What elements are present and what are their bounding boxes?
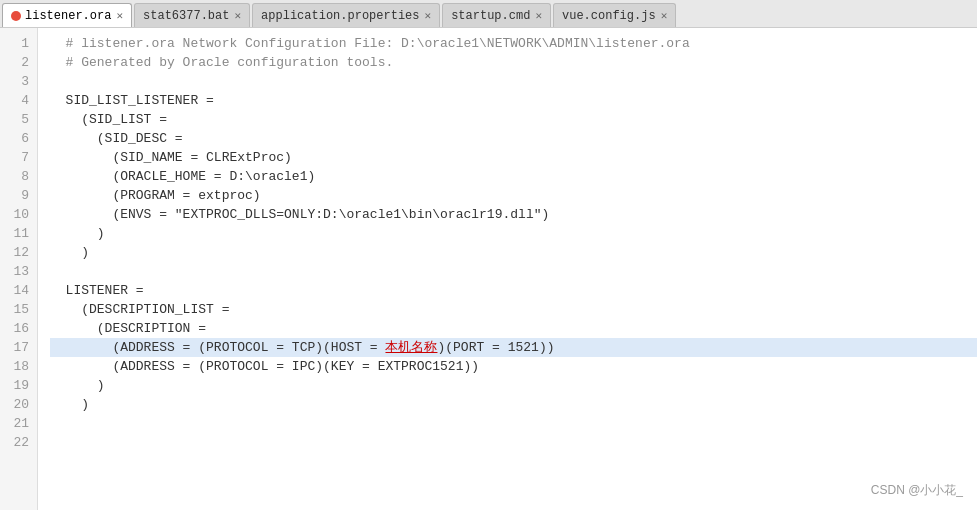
line-num-16: 16 <box>0 319 37 338</box>
tab-startup[interactable]: startup.cmd ✕ <box>442 3 551 27</box>
tab-application[interactable]: application.properties ✕ <box>252 3 440 27</box>
line-numbers: 1 2 3 4 5 6 7 8 9 10 11 12 13 14 15 16 1… <box>0 28 38 510</box>
line-num-17: 17 <box>0 338 37 357</box>
line-num-7: 7 <box>0 148 37 167</box>
code-line-7: (SID_NAME = CLRExtProc) <box>50 148 977 167</box>
code-line-22 <box>50 433 977 452</box>
line-num-13: 13 <box>0 262 37 281</box>
code-line-18: (ADDRESS = (PROTOCOL = IPC)(KEY = EXTPRO… <box>50 357 977 376</box>
code-line-2: # Generated by Oracle configuration tool… <box>50 53 977 72</box>
line-num-11: 11 <box>0 224 37 243</box>
tab-bar: listener.ora ✕ stat6377.bat ✕ applicatio… <box>0 0 977 28</box>
line-num-14: 14 <box>0 281 37 300</box>
tab-stat6377[interactable]: stat6377.bat ✕ <box>134 3 250 27</box>
tab-close-stat6377[interactable]: ✕ <box>234 9 241 22</box>
line-num-18: 18 <box>0 357 37 376</box>
code-line-3 <box>50 72 977 91</box>
code-line-19: ) <box>50 376 977 395</box>
code-line-13 <box>50 262 977 281</box>
watermark: CSDN @小小花_ <box>871 481 963 500</box>
tab-close-vue[interactable]: ✕ <box>661 9 668 22</box>
line-num-10: 10 <box>0 205 37 224</box>
tab-vue[interactable]: vue.config.js ✕ <box>553 3 676 27</box>
line-num-21: 21 <box>0 414 37 433</box>
code-line-21 <box>50 414 977 433</box>
line-num-6: 6 <box>0 129 37 148</box>
tab-label-application: application.properties <box>261 9 419 23</box>
code-line-4: SID_LIST_LISTENER = <box>50 91 977 110</box>
code-line-15: (DESCRIPTION_LIST = <box>50 300 977 319</box>
line-num-1: 1 <box>0 34 37 53</box>
tab-close-application[interactable]: ✕ <box>425 9 432 22</box>
line-num-2: 2 <box>0 53 37 72</box>
line-num-12: 12 <box>0 243 37 262</box>
tab-label-listener: listener.ora <box>25 9 111 23</box>
tab-icon-listener <box>11 11 21 21</box>
line-num-22: 22 <box>0 433 37 452</box>
code-line-17: (ADDRESS = (PROTOCOL = TCP)(HOST = 本机名称)… <box>50 338 977 357</box>
code-line-11: ) <box>50 224 977 243</box>
tab-label-vue: vue.config.js <box>562 9 656 23</box>
code-line-9: (PROGRAM = extproc) <box>50 186 977 205</box>
line-num-19: 19 <box>0 376 37 395</box>
code-line-20: ) <box>50 395 977 414</box>
code-line-14: LISTENER = <box>50 281 977 300</box>
line-num-9: 9 <box>0 186 37 205</box>
code-line-8: (ORACLE_HOME = D:\oracle1) <box>50 167 977 186</box>
line-num-3: 3 <box>0 72 37 91</box>
host-link[interactable]: 本机名称 <box>385 340 437 355</box>
line-num-4: 4 <box>0 91 37 110</box>
code-line-16: (DESCRIPTION = <box>50 319 977 338</box>
tab-close-listener[interactable]: ✕ <box>116 9 123 22</box>
code-line-12: ) <box>50 243 977 262</box>
code-line-1: # listener.ora Network Configuration Fil… <box>50 34 977 53</box>
tab-close-startup[interactable]: ✕ <box>535 9 542 22</box>
line-num-20: 20 <box>0 395 37 414</box>
tab-listener[interactable]: listener.ora ✕ <box>2 3 132 27</box>
code-editor[interactable]: # listener.ora Network Configuration Fil… <box>38 28 977 510</box>
line-num-5: 5 <box>0 110 37 129</box>
code-line-6: (SID_DESC = <box>50 129 977 148</box>
line-num-8: 8 <box>0 167 37 186</box>
code-line-5: (SID_LIST = <box>50 110 977 129</box>
editor: 1 2 3 4 5 6 7 8 9 10 11 12 13 14 15 16 1… <box>0 28 977 510</box>
line-num-15: 15 <box>0 300 37 319</box>
tab-label-stat6377: stat6377.bat <box>143 9 229 23</box>
tab-label-startup: startup.cmd <box>451 9 530 23</box>
code-line-10: (ENVS = "EXTPROC_DLLS=ONLY:D:\oracle1\bi… <box>50 205 977 224</box>
